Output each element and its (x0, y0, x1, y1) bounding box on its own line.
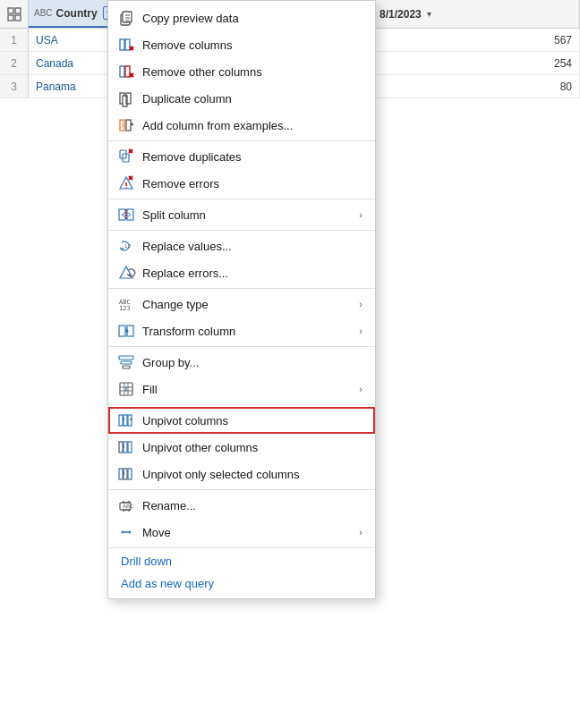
menu-label-remove-errors: Remove errors (142, 177, 219, 190)
svg-text:123: 123 (119, 305, 131, 312)
column-dropdown-arrow-date3[interactable]: ▾ (427, 9, 431, 19)
unpivot-selected-columns-icon (117, 465, 135, 483)
menu-divider-4 (108, 288, 375, 289)
svg-rect-14 (125, 66, 130, 77)
svg-rect-62 (119, 442, 123, 453)
menu-label-unpivot-selected-columns: Unpivot only selected columns (142, 468, 300, 481)
menu-item-unpivot-other-columns[interactable]: Unpivot other columns (108, 434, 375, 461)
svg-rect-50 (119, 356, 133, 360)
move-arrow: › (359, 527, 362, 538)
column-label-date3: 8/1/2023 (380, 8, 422, 21)
menu-item-remove-other-columns[interactable]: Remove other columns (108, 58, 375, 85)
menu-item-drill-down[interactable]: Drill down (108, 550, 375, 572)
menu-item-group-by[interactable]: Group by... (108, 349, 375, 376)
menu-item-remove-duplicates[interactable]: Remove duplicates (108, 143, 375, 170)
menu-label-group-by: Group by... (142, 356, 199, 369)
menu-item-add-column-examples[interactable]: A 1 Add column from examples... (108, 112, 375, 139)
split-column-icon (117, 206, 135, 224)
menu-label-add-column-examples: Add column from examples... (142, 119, 293, 132)
replace-values-icon: 1 2 (117, 237, 135, 255)
svg-rect-47 (119, 326, 125, 336)
row-number: 2 (0, 52, 29, 74)
fill-icon (117, 380, 135, 398)
menu-label-split-column: Split column (142, 208, 206, 222)
menu-item-transform-column[interactable]: Transform column › (108, 317, 375, 344)
change-type-arrow: › (359, 299, 362, 309)
context-menu: Copy preview data Remove columns Remove … (107, 0, 376, 599)
remove-errors-icon (117, 174, 135, 192)
svg-rect-2 (8, 15, 13, 21)
svg-text:1: 1 (122, 120, 124, 125)
menu-item-add-as-new-query[interactable]: Add as new query (108, 572, 375, 595)
menu-label-remove-duplicates: Remove duplicates (142, 150, 242, 164)
menu-label-replace-values: Replace values... (142, 240, 232, 253)
add-column-examples-icon: A 1 (117, 116, 135, 134)
row-number: 3 (0, 75, 29, 97)
cell-v3-1: 567 (360, 29, 580, 51)
svg-line-39 (122, 215, 124, 216)
menu-label-replace-errors: Replace errors... (142, 267, 228, 280)
menu-divider-1 (108, 140, 375, 141)
svg-rect-13 (120, 66, 124, 77)
remove-columns-icon (117, 36, 135, 54)
svg-point-32 (125, 187, 127, 189)
duplicate-column-icon (117, 89, 135, 107)
transform-column-icon (117, 322, 135, 340)
menu-divider-3 (108, 230, 375, 231)
menu-item-replace-errors[interactable]: Replace errors... (108, 259, 375, 286)
menu-label-unpivot-other-columns: Unpivot other columns (142, 441, 258, 454)
menu-item-unpivot-selected-columns[interactable]: Unpivot only selected columns (108, 461, 375, 487)
menu-label-transform-column: Transform column (142, 325, 235, 338)
menu-label-copy-preview: Copy preview data (142, 12, 239, 25)
menu-item-change-type[interactable]: ABC 123 Change type › (108, 291, 375, 317)
menu-label-move: Move (142, 526, 171, 539)
menu-item-move[interactable]: Move › (108, 519, 375, 546)
menu-item-copy-preview[interactable]: Copy preview data (108, 4, 375, 31)
svg-line-41 (128, 215, 131, 216)
svg-rect-1 (15, 8, 21, 13)
svg-rect-65 (119, 469, 123, 479)
cell-v3-3: 80 (360, 75, 580, 97)
svg-rect-51 (121, 361, 132, 364)
menu-label-duplicate-column: Duplicate column (142, 92, 232, 106)
replace-errors-icon (117, 264, 135, 282)
menu-item-replace-values[interactable]: 1 2 Replace values... (108, 233, 375, 259)
menu-item-remove-errors[interactable]: Remove errors (108, 170, 375, 197)
menu-label-remove-columns: Remove columns (142, 38, 232, 52)
svg-rect-64 (128, 442, 132, 453)
unpivot-columns-icon (117, 411, 135, 429)
group-by-icon (117, 353, 135, 371)
svg-text:2: 2 (128, 243, 132, 249)
column-type-icon-country: ABC (34, 8, 53, 18)
transform-column-arrow: › (359, 326, 362, 336)
menu-item-fill[interactable]: Fill › (108, 376, 375, 402)
column-label-country: Country (56, 7, 98, 20)
svg-rect-3 (15, 15, 21, 21)
copy-preview-icon (117, 9, 135, 27)
menu-label-rename: Rename... (142, 499, 196, 512)
menu-item-remove-columns[interactable]: Remove columns (108, 31, 375, 58)
menu-item-unpivot-columns[interactable]: Unpivot columns (108, 407, 375, 434)
rename-icon: ABC (117, 496, 135, 514)
menu-item-split-column[interactable]: Split column › (108, 201, 375, 228)
menu-item-duplicate-column[interactable]: Duplicate column (108, 85, 375, 112)
grid-corner (0, 0, 29, 28)
menu-label-unpivot-columns: Unpivot columns (142, 414, 228, 427)
menu-label-fill: Fill (142, 383, 158, 396)
move-icon (117, 523, 135, 541)
svg-rect-9 (120, 39, 124, 50)
menu-divider-7 (108, 489, 375, 490)
menu-item-rename[interactable]: ABC Rename... (108, 492, 375, 519)
svg-rect-59 (119, 415, 123, 426)
menu-label-change-type: Change type (142, 298, 209, 311)
remove-other-columns-icon (117, 63, 135, 80)
unpivot-other-columns-icon (117, 438, 135, 456)
svg-rect-10 (125, 39, 130, 50)
menu-divider-2 (108, 199, 375, 199)
menu-label-remove-other-columns: Remove other columns (142, 65, 262, 79)
change-type-icon: ABC 123 (117, 295, 135, 313)
column-header-date3[interactable]: 1²₃ 8/1/2023 ▾ (360, 0, 580, 28)
fill-arrow: › (359, 384, 362, 394)
menu-divider-5 (108, 346, 375, 347)
menu-divider-8 (108, 547, 375, 548)
